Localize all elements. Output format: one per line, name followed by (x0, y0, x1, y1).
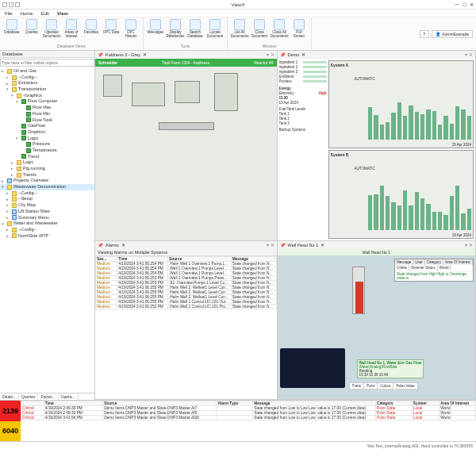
menu-file[interactable]: File (5, 11, 13, 16)
tree-item[interactable]: ▸--Config-- (0, 75, 94, 81)
window-max-icon[interactable] (9, 2, 13, 7)
trace-tab[interactable]: Point (364, 383, 378, 389)
ribbon-button[interactable]: OPC Historic (122, 19, 140, 38)
demo-mimic[interactable]: Ingredient 1 Ingredient 2 Ingredient 3 E… (278, 59, 475, 240)
tree-item[interactable]: ▾Wastewater Demonstration (0, 184, 94, 190)
tree-filter-input[interactable] (0, 59, 94, 67)
alarm-row[interactable]: Medium4/19/2024 3:41:56:254 PM.Well 1 Ov… (96, 271, 277, 275)
ribbon-button[interactable]: Close Document (251, 19, 268, 38)
ribbon-icon (274, 19, 285, 30)
sidebar-tab[interactable]: Queries (19, 393, 39, 400)
trace-tab[interactable]: Colour (378, 383, 393, 389)
tree-item[interactable]: ▸--Setup (0, 196, 94, 202)
ribbon-button[interactable]: Favorites (83, 19, 100, 38)
panel-tab[interactable]: 📌 Demo ✕▾ ✕ (278, 51, 475, 59)
ribbon-button[interactable]: Search Database (186, 19, 204, 38)
alarm-counter-critical[interactable]: 2139 (0, 401, 21, 421)
ribbon-button[interactable]: Close All Documents (271, 19, 288, 38)
window-restore-icon[interactable] (15, 2, 20, 7)
tree-item[interactable]: ▾Water and Wastewater (0, 221, 94, 227)
tree-item[interactable]: ▸Extraction (0, 80, 94, 86)
panel-tab[interactable]: 📌 Alarms ✕▾ ✕ (95, 241, 277, 249)
tree-item[interactable]: Trend (0, 154, 94, 160)
tree-item[interactable]: Flow Min (0, 111, 94, 117)
alarm-row[interactable]: Medium4/19/2024 3:41:56:253 PM.Well 1 Ov… (96, 275, 277, 280)
ribbon-button[interactable]: Locate Document (206, 19, 224, 38)
ribbon-button[interactable]: Full Screen (290, 19, 308, 38)
panel-tab[interactable]: 📌 Kaldness 3 - Grey ✕▾ ✕ (95, 51, 277, 59)
alarm-row[interactable]: Medium4/19/2024 2:41:56:252 PM.Halm.Well… (96, 304, 277, 309)
bottom-alarm-table[interactable]: TimeSourceAlarm TypeMessageCategorySyste… (21, 401, 476, 420)
tree-item[interactable]: ▸--Config-- (0, 190, 94, 197)
ribbon-icon (46, 19, 57, 30)
alarm-row[interactable]: Medium4/19/2024 3:41:06:255 PM.Halm Well… (96, 285, 277, 290)
tree-item[interactable]: ▾Transportation (0, 86, 94, 93)
tree-item[interactable]: ▸Lift Station Sites (0, 209, 94, 215)
window-max-btn[interactable]: ☐ (463, 2, 466, 7)
tree-item[interactable]: Flow Max (0, 105, 94, 111)
ribbon-button[interactable]: Display References (167, 19, 184, 38)
tree-item[interactable]: ▸Projects Overview (0, 178, 94, 184)
window-close-btn[interactable]: ✕ (470, 2, 474, 7)
message-panel[interactable]: Message User Category Area Of Interest O… (394, 259, 474, 282)
ribbon-button[interactable]: Queries (23, 19, 40, 38)
alarm-row[interactable]: Medium4/19/2024 3:41:06:255 PM.Halm Well… (96, 294, 277, 299)
ribbon-button[interactable]: Messages (147, 19, 164, 38)
trace-tabs[interactable]: Trace Point Colour Ruler Value (349, 382, 419, 390)
trace-tab[interactable]: Trace (350, 383, 364, 389)
tree-item[interactable]: ▸Oil and Gas (0, 68, 94, 75)
msg-tab[interactable]: User (413, 259, 425, 265)
msg-tab[interactable]: Area Of Interest (443, 259, 473, 265)
window-min-icon[interactable] (2, 2, 7, 7)
tree-item[interactable]: ▾-Graphics (0, 93, 94, 99)
sidebar-tab[interactable]: Detail... (0, 393, 19, 400)
sidebar-tab[interactable]: Favori... (38, 393, 58, 400)
bottom-alarm-row[interactable]: Critical4/19/2024 3:41:56 PMDemo Items D… (21, 416, 476, 420)
tree-item[interactable]: ▸NorthSide WTP (0, 233, 94, 240)
tree-item[interactable]: Pressure (0, 141, 94, 148)
trace-tab[interactable]: Ruler Value (393, 383, 417, 389)
ribbon-icon (6, 19, 17, 30)
window-min-btn[interactable]: — (455, 2, 459, 7)
alarms-table[interactable]: Sev...TimeSourceMessageMedium4/19/2024 3… (95, 256, 277, 309)
msg-tab[interactable]: Message (395, 259, 413, 265)
wellhead-mimic[interactable]: Well Head No 1 Message User Category Are… (278, 249, 475, 399)
sidebar-tab[interactable]: Opera... (59, 393, 79, 400)
ribbon-button[interactable]: Areas of Interest (63, 19, 80, 38)
panel-tab[interactable]: 📌 Well Head No 1 ✕▾ ✕ (278, 241, 475, 249)
tree-item[interactable]: ▸Trends (0, 172, 94, 178)
ribbon-button[interactable]: Operator Documents (43, 19, 60, 38)
process-mimic[interactable]: Schneider Tank Farm CD4 - Kaldness React… (95, 59, 277, 240)
tree-item[interactable]: ▸Pig running (0, 166, 94, 172)
user-badge[interactable]: 👤 AdminExample (432, 30, 473, 38)
menu-edit[interactable]: Edit (41, 11, 49, 16)
ribbon-button[interactable]: Database (3, 19, 21, 38)
alarm-row[interactable]: Medium4/19/2024 3:41:56:254 PM.Halm Well… (96, 261, 277, 266)
object-tree[interactable]: ▸Oil and Gas▸--Config--▸Extraction▾Trans… (0, 67, 94, 393)
system-box[interactable]: System BAUTOMATIC19 Apr 2024 (328, 150, 474, 238)
system-box[interactable]: System AAUTOMATIC19 Apr 2024 (328, 60, 474, 148)
tree-item[interactable]: ▸Logic (0, 159, 94, 166)
alarm-row[interactable]: Medium4/19/2024 3:41:06:255 PM.Halm Well… (96, 290, 277, 294)
tree-item[interactable]: ▸City Map (0, 202, 94, 209)
tree-item[interactable]: Temperature (0, 148, 94, 154)
tree-item[interactable]: ▾Flow Computer (0, 98, 94, 105)
ribbon-button[interactable]: OPC Data (102, 19, 120, 38)
tree-item[interactable]: Flow Total (0, 117, 94, 124)
help-button[interactable]: ? (420, 30, 430, 38)
alarm-counter-warning[interactable]: 6040 (0, 421, 21, 442)
alarm-row[interactable]: Medium4/19/2024 3:41:06:255 PM.Halm.Well… (96, 299, 277, 304)
tree-item[interactable]: ▸Summary Menu (0, 215, 94, 221)
sidebar-tabs[interactable]: Detail... Queries Favori... Opera... (0, 393, 94, 400)
tree-item[interactable]: GasFlow (0, 123, 94, 129)
menu-home[interactable]: Home (21, 11, 33, 16)
tree-item[interactable]: ▸--Config-- (0, 227, 94, 233)
tree-item[interactable]: ▾Logic (0, 136, 94, 142)
menu-view[interactable]: View (57, 11, 68, 16)
alarm-row[interactable]: Medium4/19/2024 3:41:56:253 PM.S1..Overv… (96, 280, 277, 285)
msg-tab[interactable]: Category (425, 259, 443, 265)
alarm-row[interactable]: Medium4/19/2024 3:41:56:254 PM.Well 1 Ov… (96, 266, 277, 271)
ribbon-button[interactable]: List All Documents (231, 19, 248, 38)
folder-icon (26, 112, 31, 117)
tree-item[interactable]: Graphics (0, 129, 94, 136)
